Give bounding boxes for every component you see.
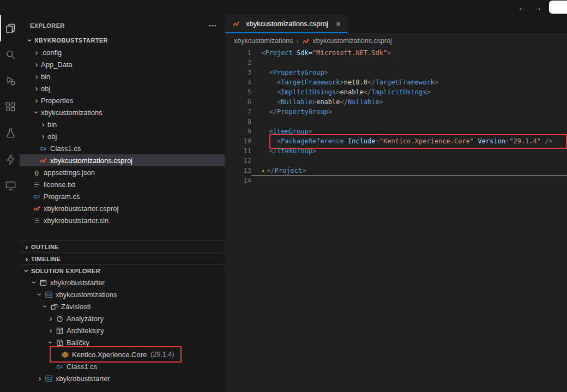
tree-item-label: xbykrobuststarter.csproj (44, 204, 118, 213)
tree-item-bin[interactable]: ›bin (20, 70, 225, 82)
code-line-8[interactable]: 8 (225, 117, 567, 126)
tree-item-class1-cs[interactable]: C#Class1.cs (20, 142, 225, 154)
tree-item-label: obj (41, 85, 50, 93)
tree-item-label: Závislosti (61, 303, 91, 311)
line-number: 2 (225, 58, 251, 68)
svg-text:C#: C# (46, 293, 51, 297)
tree-item-xbykrobuststarter[interactable]: ›C#xbykrobuststarter (20, 372, 225, 384)
tree-item-xbykcustomizations[interactable]: ›C#xbykcustomizations (20, 288, 225, 300)
tree-item-content: xbykrobuststarter.sln (32, 216, 108, 225)
code-line-14[interactable]: 14 (225, 176, 567, 185)
tree-item-program-cs[interactable]: C#Program.cs (20, 190, 225, 202)
code-line-11[interactable]: 11 </ItemGroup> (225, 146, 567, 156)
tree-item-xbykrobuststarter[interactable]: ›xbykrobuststarter (20, 276, 225, 288)
copilot-sparkle-icon[interactable]: ✦ (261, 167, 265, 174)
explorer-activity-button[interactable] (0, 15, 20, 41)
thunder-activity-button[interactable] (0, 146, 20, 172)
tree-item-architektury[interactable]: ›Architektury (20, 324, 225, 336)
code-line-7[interactable]: 7 </PropertyGroup> (225, 107, 567, 117)
search-icon (4, 49, 17, 61)
chevron-right-icon: › (32, 48, 41, 57)
line-number: 5 (225, 87, 251, 97)
tree-item-z-vislosti[interactable]: ›Závislosti (20, 300, 225, 312)
code-line-12[interactable]: 12 (225, 156, 567, 166)
tree-item-content: ›bin (32, 72, 50, 81)
line-content: <PropertyGroup> (251, 68, 567, 77)
timeline-section-label: TIMELINE (31, 256, 61, 262)
tree-item-label: bin (41, 73, 50, 81)
breadcrumb-item-xbykcustomizations-csproj[interactable]: xbykcustomizations.csproj (302, 37, 392, 45)
testing-activity-button[interactable] (0, 120, 20, 146)
code-line-4[interactable]: 4 <TargetFramework>net8.0</TargetFramewo… (225, 77, 567, 87)
line-number: 4 (225, 77, 251, 87)
tree-item-config[interactable]: ›.config (20, 46, 225, 58)
files-icon (4, 22, 17, 35)
breadcrumb-item-xbykcustomizations[interactable]: xbykcustomizations (234, 37, 293, 45)
tree-item-label: Balíčky (67, 339, 89, 347)
line-content: <Project Sdk="Microsoft.NET.Sdk"> (251, 48, 567, 58)
tree-item-content: {}appsettings.json (32, 168, 95, 177)
code-line-5[interactable]: 5 <ImplicitUsings>enable</ImplicitUsings… (225, 87, 567, 97)
more-actions-icon[interactable]: ⋯ (208, 21, 217, 31)
tree-item-xbykrobuststarter-sln[interactable]: xbykrobuststarter.sln (20, 214, 225, 226)
tree-item-properties[interactable]: ›Properties (20, 94, 225, 106)
code-line-2[interactable]: 2 (225, 58, 567, 68)
tree-item-label: Program.cs (44, 192, 80, 201)
extensions-activity-button[interactable] (0, 94, 20, 120)
line-content (251, 117, 567, 126)
chevron-down-icon: › (41, 302, 50, 311)
editor-area: ← → xbykcustomizations.csproj × xbykcust… (225, 0, 567, 392)
timeline-section-header[interactable]: › TIMELINE (20, 252, 225, 264)
live-preview-activity-button[interactable] (0, 172, 20, 198)
tree-item-label: license.txt (44, 180, 75, 189)
code-line-1[interactable]: 1<Project Sdk="Microsoft.NET.Sdk"> (225, 48, 567, 58)
forward-icon[interactable]: → (534, 3, 542, 11)
chevron-right-icon: › (32, 72, 41, 81)
code-line-3[interactable]: 3 <PropertyGroup> (225, 68, 567, 77)
tree-item-xbykcustomizations[interactable]: ›xbykcustomizations (20, 106, 225, 118)
code-line-6[interactable]: 6 <Nullable>enable</Nullable> (225, 97, 567, 107)
tab-bar: xbykcustomizations.csproj × (225, 15, 567, 34)
csproj-icon (32, 204, 41, 213)
tree-item-content: ›Architektury (46, 326, 104, 335)
tree-item-label: xbykrobuststarter.sln (44, 216, 108, 225)
tree-item-label: xbykrobuststarter (56, 375, 110, 383)
code-line-10[interactable]: 10 <PackageReference Include="Kentico.Xp… (225, 136, 567, 146)
tree-item-xbykrobuststarter-csproj[interactable]: xbykrobuststarter.csproj (20, 202, 225, 214)
code-editor[interactable]: 1<Project Sdk="Microsoft.NET.Sdk">23 <Pr… (225, 48, 567, 392)
tree-item-bin[interactable]: ›bin (20, 118, 225, 130)
run-debug-activity-button[interactable] (0, 68, 20, 94)
tree-item-content: ›Balíčky (46, 338, 89, 347)
tree-item-analyz-tory[interactable]: ›Analyzátory (20, 312, 225, 324)
tree-item-license-txt[interactable]: license.txt (20, 178, 225, 190)
outline-section-header[interactable]: › OUTLINE (20, 240, 225, 252)
project-icon: C# (44, 374, 53, 383)
explorer-root-folder[interactable]: ›XBYKROBUSTSTARTER (20, 34, 225, 46)
tab-xbykcustomizations-csproj[interactable]: xbykcustomizations.csproj × (225, 15, 348, 33)
tree-item-obj[interactable]: ›obj (20, 82, 225, 94)
line-content: ✦</Project> (251, 166, 567, 176)
back-icon[interactable]: ← (518, 3, 526, 11)
tree-item-content: ›obj (32, 84, 50, 93)
solution-explorer-section-header[interactable]: › SOLUTION EXPLORER (20, 264, 225, 276)
line-content: <PackageReference Include="Kentico.Xperi… (251, 136, 567, 146)
close-icon[interactable]: × (336, 19, 341, 28)
chevron-right-icon: › (32, 96, 41, 105)
project-icon: C# (44, 290, 53, 299)
tree-item-appsettings-json[interactable]: {}appsettings.json (20, 166, 225, 178)
chevron-right-icon: › (39, 120, 47, 129)
line-content: </ItemGroup> (251, 146, 567, 156)
tree-item-content: ›Properties (32, 96, 73, 105)
tree-item-content: ›XBYKROBUSTSTARTER (26, 36, 108, 45)
code-line-13[interactable]: 13✦</Project> (225, 166, 567, 176)
tree-item-label: bin (47, 120, 57, 129)
tree-item-obj[interactable]: ›obj (20, 130, 225, 142)
line-content: <Nullable>enable</Nullable> (251, 97, 567, 107)
tree-item-app-data[interactable]: ›App_Data (20, 58, 225, 70)
chevron-right-icon: › (32, 84, 41, 93)
search-activity-button[interactable] (0, 41, 20, 68)
line-number: 1 (225, 48, 251, 58)
line-number: 9 (225, 126, 251, 136)
tree-item-xbykcustomizations-csproj[interactable]: xbykcustomizations.csproj (20, 154, 225, 166)
tree-item-kentico-xperience-core[interactable]: Kentico.Xperience.Core(29.1.4) (20, 348, 225, 360)
